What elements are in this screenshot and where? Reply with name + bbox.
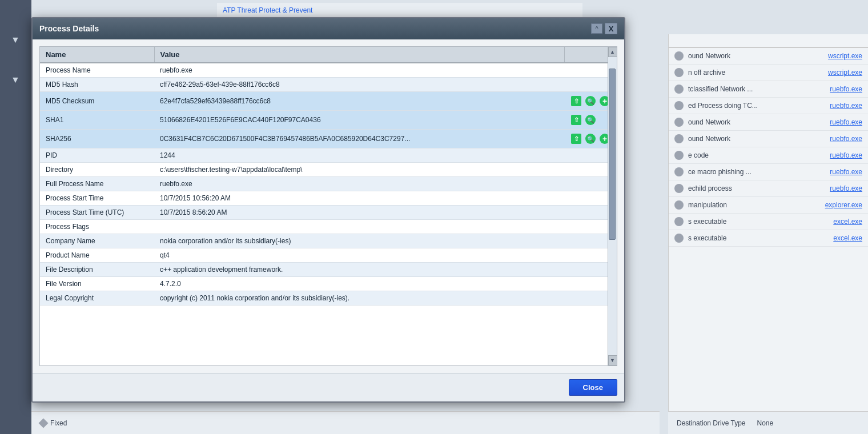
upload-button-4[interactable]: ⇧ <box>570 132 582 145</box>
row-name-4: SHA256 <box>40 130 154 148</box>
row-name-12: Product Name <box>40 248 154 263</box>
list-item: ce macro phishing ... ruebfo.exe <box>669 164 868 180</box>
dialog-controls: ^ X <box>591 23 617 34</box>
row-value-11: nokia corporation and/or its subsidiary(… <box>154 234 564 248</box>
row-name-15: Legal Copyright <box>40 291 154 306</box>
table-row: File Description c++ application develop… <box>40 263 617 277</box>
sidebar-chevron-down-icon[interactable]: ▼ <box>5 31 26 49</box>
table-row: MD5 Checksum 62e4f7cfa529ef63439e88ff176… <box>40 92 617 111</box>
details-table: Name Value Process Name ruebfo.exe MD5 H… <box>40 47 617 306</box>
arrow-up-icon: ⇧ <box>571 96 581 106</box>
list-item: s executable excel.exe <box>669 214 868 230</box>
list-item: e code ruebfo.exe <box>669 147 868 164</box>
circle-icon <box>674 234 684 243</box>
table-body: Process Name ruebfo.exe MD5 Hash cff7e46… <box>40 63 617 306</box>
scrollbar-thumb[interactable] <box>609 69 616 240</box>
arrow-up-icon: ⇧ <box>571 134 581 144</box>
table-row: SHA256 0C3631F4CB7C6C20D671500F4C3B76945… <box>40 130 617 148</box>
scroll-up-button[interactable]: ▲ <box>608 47 617 57</box>
destination-drive-type-value: None <box>757 419 774 427</box>
circle-icon <box>674 101 684 110</box>
upload-button-2[interactable]: ⇧ <box>570 95 582 107</box>
table-row: Process Name ruebfo.exe <box>40 63 617 78</box>
circle-icon <box>674 217 684 226</box>
upload-button-3[interactable]: ⇧ <box>570 114 582 126</box>
list-item: ound Network wscript.exe <box>669 48 868 65</box>
bg-right-header <box>669 40 868 48</box>
action-icons-4: ⇧ 🔍 + <box>570 132 611 145</box>
search-icon: 🔍 <box>585 134 596 144</box>
dialog-collapse-button[interactable]: ^ <box>591 23 602 34</box>
process-details-dialog: Process Details ^ X Name Value Proce <box>31 17 625 403</box>
circle-icon <box>674 51 684 61</box>
row-value-7: ruebfo.exe <box>154 177 564 191</box>
row-value-14: 4.7.2.0 <box>154 277 564 291</box>
row-value-0: ruebfo.exe <box>154 63 564 78</box>
table-row: Process Start Time 10/7/2015 10:56:20 AM <box>40 191 617 206</box>
circle-icon <box>674 85 684 94</box>
scrollbar-track[interactable] <box>608 57 617 355</box>
dialog-title: Process Details <box>39 24 99 33</box>
row-value-1: cff7e462-29a5-63ef-439e-88ff176cc6c8 <box>154 78 564 92</box>
table-row: Directory c:\users\tfischer.testing-w7\a… <box>40 163 617 177</box>
table-row: Product Name qt4 <box>40 248 617 263</box>
table-row: Process Flags <box>40 220 617 234</box>
circle-icon <box>674 200 684 210</box>
row-name-2: MD5 Checksum <box>40 92 154 111</box>
list-item: ed Process doing TC... ruebfo.exe <box>669 98 868 114</box>
list-item: echild process ruebfo.exe <box>669 180 868 197</box>
table-scrollbar[interactable]: ▲ ▼ <box>608 47 617 365</box>
row-value-9: 10/7/2015 8:56:20 AM <box>154 206 564 220</box>
circle-icon <box>674 167 684 176</box>
list-item: n off archive wscript.exe <box>669 65 868 81</box>
list-item: ound Network ruebfo.exe <box>669 114 868 131</box>
row-value-12: qt4 <box>154 248 564 263</box>
circle-icon <box>674 68 684 77</box>
row-value-3: 51066826E4201E526F6E9CAC440F120F97CA0436 <box>154 111 564 130</box>
row-value-2: 62e4f7cfa529ef63439e88ff176cc6c8 <box>154 92 564 111</box>
row-name-9: Process Start Time (UTC) <box>40 206 154 220</box>
sidebar-chevron-down-icon-2[interactable]: ▼ <box>5 71 26 89</box>
scroll-down-button[interactable]: ▼ <box>608 355 617 365</box>
dialog-footer: Close <box>33 373 624 401</box>
table-row: SHA1 51066826E4201E526F6E9CAC440F120F97C… <box>40 111 617 130</box>
search-button-2[interactable]: 🔍 <box>584 95 597 107</box>
circle-icon <box>674 184 684 193</box>
list-item: ound Network ruebfo.exe <box>669 131 868 147</box>
search-button-4[interactable]: 🔍 <box>584 132 597 145</box>
table-row: File Version 4.7.2.0 <box>40 277 617 291</box>
circle-icon <box>674 134 684 143</box>
drive-type-item: Fixed <box>40 419 67 427</box>
circle-icon <box>674 151 684 160</box>
row-value-13: c++ application development framework. <box>154 263 564 277</box>
table-row: Process Start Time (UTC) 10/7/2015 8:56:… <box>40 206 617 220</box>
row-name-5: PID <box>40 148 154 163</box>
table-row: Company Name nokia corporation and/or it… <box>40 234 617 248</box>
row-value-8: 10/7/2015 10:56:20 AM <box>154 191 564 206</box>
menu-item-1[interactable]: ATP Threat Protect & Prevent <box>217 5 582 15</box>
close-button[interactable]: Close <box>569 379 617 396</box>
row-name-1: MD5 Hash <box>40 78 154 92</box>
action-icons-2: ⇧ 🔍 + <box>570 95 611 107</box>
destination-drive-type-label: Destination Drive Type <box>677 419 746 427</box>
row-value-5: 1244 <box>154 148 564 163</box>
dialog-body: Name Value Process Name ruebfo.exe MD5 H… <box>33 39 624 373</box>
search-button-3[interactable]: 🔍 <box>584 114 597 126</box>
list-item: tclassified Network ... ruebfo.exe <box>669 81 868 98</box>
table-row: Legal Copyright copyright (c) 2011 nokia… <box>40 291 617 306</box>
arrow-up-icon: ⇧ <box>571 115 581 125</box>
search-icon: 🔍 <box>585 115 596 125</box>
table-row: Full Process Name ruebfo.exe <box>40 177 617 191</box>
row-value-15: copyright (c) 2011 nokia corporation and… <box>154 291 564 306</box>
row-name-8: Process Start Time <box>40 191 154 206</box>
details-table-container: Name Value Process Name ruebfo.exe MD5 H… <box>39 46 617 366</box>
bottom-bar: Fixed <box>31 411 660 434</box>
row-name-0: Process Name <box>40 63 154 78</box>
bg-right-list: ound Network wscript.exe n off archive w… <box>668 34 868 434</box>
row-name-11: Company Name <box>40 234 154 248</box>
dialog-close-x-button[interactable]: X <box>605 23 617 34</box>
list-item: manipulation explorer.exe <box>669 197 868 214</box>
col-name-header: Name <box>40 47 154 63</box>
circle-icon <box>674 118 684 127</box>
search-icon: 🔍 <box>585 96 596 106</box>
